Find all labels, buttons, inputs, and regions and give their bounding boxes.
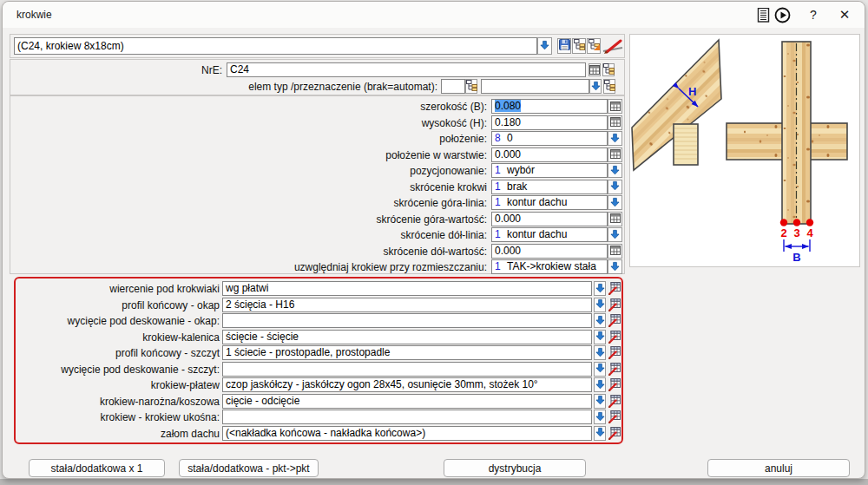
param-label: wysokość (H):: [15, 117, 487, 129]
nre-field[interactable]: C24: [227, 62, 586, 77]
joinery-dropdown-button[interactable]: [594, 362, 606, 377]
calc-icon: [610, 147, 621, 162]
nre-tree-button[interactable]: [602, 63, 615, 76]
param-field[interactable]: 80: [491, 131, 608, 146]
joinery-field[interactable]: [222, 362, 592, 377]
param-field[interactable]: 0.000: [491, 212, 608, 226]
joinery-dropdown-button[interactable]: [594, 330, 606, 344]
joinery-field[interactable]: wg płatwi: [222, 281, 592, 296]
elem-arrow-button[interactable]: [589, 79, 602, 94]
param-dropdown-button[interactable]: [608, 131, 622, 146]
elem-field-1[interactable]: [441, 79, 465, 94]
joinery-dropdown-button[interactable]: [594, 410, 606, 424]
param-field[interactable]: 1wybór: [491, 163, 608, 178]
edit-pencil-icon[interactable]: [602, 38, 623, 57]
blue-arrow-icon: [595, 281, 605, 297]
joinery-edit-icon[interactable]: [608, 282, 621, 298]
joinery-field[interactable]: cięcie - odcięcie: [222, 394, 592, 409]
catalog-tree-button[interactable]: [572, 38, 586, 54]
joinery-dropdown-button[interactable]: [594, 426, 606, 441]
help-button[interactable]: ?: [805, 6, 822, 23]
catalog-transfer-button[interactable]: [587, 38, 601, 54]
param-label: skrócenie góra-wartość:: [15, 213, 487, 226]
point-dot-4: [806, 219, 813, 226]
param-label: położenie w warstwie:: [15, 149, 487, 161]
preset-dropdown-button[interactable]: [537, 37, 552, 55]
calc-icon: [610, 115, 621, 130]
param-label: skrócenie dół-wartość:: [15, 246, 487, 258]
param-field[interactable]: 1kontur dachu: [491, 195, 608, 210]
joinery-dropdown-button[interactable]: [594, 377, 606, 392]
joinery-label: wycięcie pod deskowanie - szczyt:: [20, 364, 220, 376]
desktop-background: [0, 479, 868, 485]
param-dropdown-button[interactable]: [608, 259, 622, 274]
point-label-4: 4: [806, 226, 813, 239]
joinery-label: wycięcie pod deskowanie - okap:: [20, 315, 220, 327]
joinery-edit-icon[interactable]: [608, 346, 621, 363]
blue-arrow-icon: [610, 163, 620, 179]
joinery-dropdown-button[interactable]: [594, 313, 606, 328]
joinery-edit-icon[interactable]: [608, 395, 621, 411]
preview-panel: H 2 3 4 B: [629, 34, 860, 267]
nre-calc-button[interactable]: [589, 63, 601, 76]
param-field[interactable]: 0.000: [491, 244, 608, 259]
param-field[interactable]: 1kontur dachu: [491, 227, 608, 242]
param-label: szerokość (B):: [15, 101, 487, 113]
joinery-edit-icon[interactable]: [608, 331, 621, 347]
joinery-dropdown-button[interactable]: [594, 345, 606, 360]
joinery-field[interactable]: 1 ściecie - prostopadle, prostopadle: [222, 345, 592, 360]
joinery-dropdown-button[interactable]: [594, 298, 606, 312]
distribution-button[interactable]: dystrybucja: [444, 459, 586, 477]
elem-tree-button-2[interactable]: [603, 79, 615, 94]
param-field[interactable]: 0.180: [491, 115, 608, 130]
point-label-2: 2: [780, 226, 786, 239]
param-dropdown-button[interactable]: [608, 180, 622, 194]
param-dropdown-button[interactable]: [608, 163, 622, 178]
joinery-edit-icon[interactable]: [608, 363, 621, 379]
param-field[interactable]: 0.080: [491, 99, 608, 114]
blue-arrow-icon: [595, 345, 605, 361]
joinery-dropdown-button[interactable]: [594, 394, 606, 409]
param-calc-button[interactable]: [608, 244, 622, 259]
joinery-field[interactable]: 2 ścięcia - H16: [222, 298, 592, 312]
param-calc-button[interactable]: [608, 99, 622, 114]
joinery-field[interactable]: czop jaskółczy - jaskółczy ogon 28x45, o…: [222, 377, 592, 392]
window-title: krokwie: [16, 9, 52, 21]
dialog-krokwie: krokwie ? ✕ (C24, krokiew 8x18cm) NrE: C…: [2, 1, 865, 479]
joinery-field[interactable]: (<nakładka końcowa - nakładka końcowa>): [222, 426, 592, 441]
cancel-button[interactable]: anuluj: [707, 459, 850, 477]
play-icon[interactable]: [773, 6, 791, 23]
param-field[interactable]: 1brak: [491, 180, 608, 194]
joinery-edit-icon[interactable]: [608, 410, 621, 427]
param-dropdown-button[interactable]: [608, 227, 622, 242]
param-label: skrócenie dół-linia:: [15, 229, 487, 241]
param-dropdown-button[interactable]: [608, 195, 622, 210]
param-field[interactable]: 0.000: [491, 147, 608, 162]
joinery-edit-icon[interactable]: [608, 298, 621, 315]
fixed-additional-pkt-button[interactable]: stała/dodatkowa - pkt->pkt: [179, 459, 319, 477]
joinery-label: krokiew-narożna/koszowa: [20, 396, 220, 408]
nre-label: NrE:: [11, 64, 222, 76]
param-field[interactable]: 1TAK->krokiew stała: [491, 259, 608, 274]
joinery-dropdown-button[interactable]: [594, 281, 606, 296]
joinery-field[interactable]: [222, 410, 592, 424]
joinery-edit-icon[interactable]: [608, 378, 621, 395]
joinery-edit-icon[interactable]: [608, 427, 621, 443]
joinery-field[interactable]: [222, 313, 592, 328]
protocol-icon[interactable]: [754, 6, 772, 23]
calc-icon: [610, 243, 621, 259]
joinery-edit-icon[interactable]: [608, 314, 621, 331]
joinery-label: krokiew-kalenica: [20, 331, 220, 344]
joinery-label: krokiew - krokiew ukośna:: [20, 411, 220, 423]
param-calc-button[interactable]: [608, 212, 622, 226]
param-calc-button[interactable]: [608, 147, 622, 162]
joinery-field[interactable]: ścięcie - ścięcie: [222, 330, 592, 344]
close-button[interactable]: ✕: [836, 6, 853, 23]
fixed-additional-x1-button[interactable]: stała/dodatkowa x 1: [29, 459, 165, 477]
param-label: położenie:: [15, 133, 487, 145]
preset-combo[interactable]: (C24, krokiew 8x18cm): [14, 37, 537, 55]
elem-tree-button-1[interactable]: [465, 79, 477, 94]
save-button[interactable]: [557, 38, 571, 54]
elem-field-2[interactable]: [481, 79, 589, 94]
param-calc-button[interactable]: [608, 115, 622, 130]
